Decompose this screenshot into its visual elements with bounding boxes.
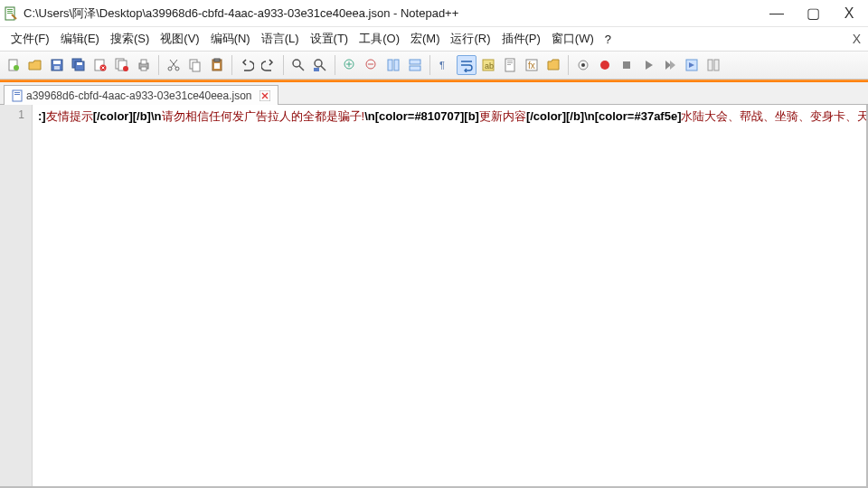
menu-run[interactable]: 运行(R) [445,29,495,49]
undo-icon[interactable] [237,55,257,75]
replace-icon[interactable] [310,55,330,75]
paste-icon[interactable] [207,55,227,75]
svg-point-27 [293,60,300,67]
editor-area: 1 :]友情提示[/color][/b]\n请勿相信任何发广告拉人的全都是骗子!… [0,105,868,488]
open-file-icon[interactable] [25,55,45,75]
svg-point-28 [315,60,322,67]
toolbar-separator [231,55,232,75]
folder-panel-icon[interactable] [543,55,563,75]
svg-point-16 [123,66,128,71]
menu-macro[interactable]: 宏(M) [405,29,446,49]
svg-point-5 [14,65,19,70]
minimize-button[interactable]: — [769,5,785,22]
line-number: 1 [0,108,24,121]
window-title: C:\Users\阿泽\Desktop\a39968d6-cbfd-4aac-a… [24,5,769,22]
doc-map-icon[interactable] [500,55,520,75]
svg-rect-41 [507,62,513,63]
tab-label: a39968d6-cbfd-4aac-a933-03e31ce40eea.jso… [26,89,252,102]
stop-macro-icon[interactable] [617,55,637,75]
sync-v-icon[interactable] [383,55,403,75]
document-tab[interactable]: a39968d6-cbfd-4aac-a933-03e31ce40eea.jso… [4,85,278,105]
toolbar: ¶ ab fx [0,51,868,80]
svg-text:fx: fx [528,61,535,70]
menu-view[interactable]: 视图(V) [155,29,204,49]
svg-rect-48 [623,61,630,69]
svg-rect-7 [53,61,61,64]
compare-icon[interactable] [703,55,723,75]
user-lang-icon[interactable]: ab [478,55,498,75]
menu-edit[interactable]: 编辑(E) [55,29,105,49]
svg-rect-35 [410,66,420,70]
zoom-in-icon[interactable] [340,55,360,75]
toolbar-separator [158,55,159,75]
menu-plugins[interactable]: 插件(P) [496,29,546,49]
print-icon[interactable] [134,55,154,75]
svg-point-46 [581,63,585,67]
record-macro-icon[interactable] [595,55,615,75]
svg-rect-50 [708,60,712,70]
play-macro-icon[interactable] [638,55,658,75]
save-all-icon[interactable] [69,55,89,75]
menu-tools[interactable]: 工具(O) [354,29,405,49]
svg-rect-23 [193,62,200,71]
new-file-icon[interactable] [4,55,24,75]
close-file-icon[interactable] [90,55,110,75]
line-number-gutter: 1 [0,105,33,486]
toolbar-separator [335,55,335,75]
svg-rect-33 [394,60,399,70]
svg-text:ab: ab [485,61,494,70]
file-icon [12,89,23,102]
sync-h-icon[interactable] [405,55,425,75]
zoom-out-icon[interactable] [362,55,382,75]
svg-rect-32 [388,60,392,70]
close-button[interactable]: X [841,5,857,22]
menu-settings[interactable]: 设置(T) [305,29,354,49]
svg-rect-26 [214,63,220,69]
svg-rect-8 [54,66,60,70]
cut-icon[interactable] [164,55,184,75]
svg-rect-3 [7,13,13,14]
menubar: 文件(F) 编辑(E) 搜索(S) 视图(V) 编码(N) 语言(L) 设置(T… [0,27,868,51]
tab-bar: a39968d6-cbfd-4aac-a933-03e31ce40eea.jso… [0,80,868,105]
monitor-icon[interactable] [573,55,593,75]
svg-rect-29 [314,68,319,71]
svg-rect-11 [77,62,82,65]
doc-close-button[interactable]: X [853,32,861,46]
svg-text:¶: ¶ [439,60,445,70]
svg-rect-25 [214,59,220,61]
copy-icon[interactable] [185,55,205,75]
func-list-icon[interactable]: fx [522,55,542,75]
save-icon[interactable] [47,55,67,75]
toolbar-separator [429,55,430,75]
svg-rect-40 [507,61,513,61]
save-macro-icon[interactable] [682,55,702,75]
menu-encoding[interactable]: 编码(N) [205,29,256,49]
app-icon [4,6,18,21]
menu-language[interactable]: 语言(L) [256,29,305,49]
menu-window[interactable]: 窗口(W) [546,29,599,49]
toolbar-separator [568,55,569,75]
svg-point-47 [600,61,609,70]
svg-rect-42 [507,64,511,65]
maximize-button[interactable]: ▢ [805,5,821,22]
toggle-ws-icon[interactable]: ¶ [435,55,455,75]
svg-rect-54 [14,94,20,95]
svg-rect-2 [7,11,13,12]
svg-rect-51 [714,60,719,70]
menu-file[interactable]: 文件(F) [5,29,55,49]
window-buttons: — ▢ X [769,5,864,22]
svg-rect-53 [14,92,20,93]
play-multi-icon[interactable] [660,55,680,75]
tab-close-icon[interactable] [259,90,270,101]
toolbar-separator [283,55,284,75]
redo-icon[interactable] [259,55,278,75]
wordwrap-icon[interactable] [457,55,476,75]
menu-search[interactable]: 搜索(S) [105,29,155,49]
svg-rect-52 [13,90,22,101]
close-all-icon[interactable] [112,55,132,75]
svg-rect-34 [410,60,420,64]
svg-rect-18 [141,60,146,64]
find-icon[interactable] [288,55,308,75]
code-area[interactable]: :]友情提示[/color][/b]\n请勿相信任何发广告拉人的全都是骗子!\n… [33,105,866,486]
menu-help[interactable]: ? [599,31,617,48]
